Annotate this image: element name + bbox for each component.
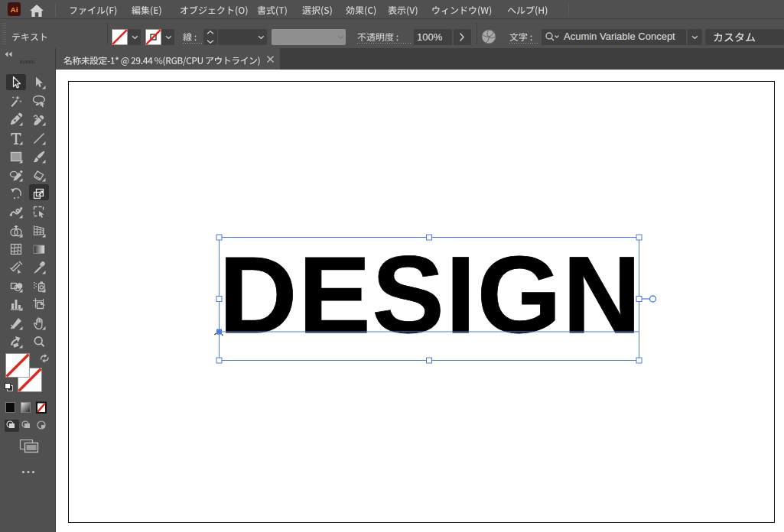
svg-text:Ai: Ai <box>11 5 18 14</box>
